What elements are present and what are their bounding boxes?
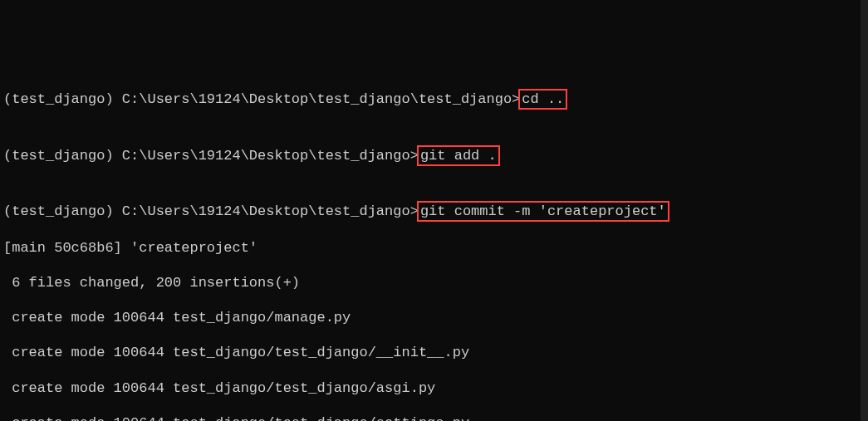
terminal-output[interactable]: (test_django) C:\Users\19124\Desktop\tes…	[3, 71, 865, 421]
output-line: create mode 100644 test_django/test_djan…	[3, 414, 865, 421]
output-line: create mode 100644 test_django/test_djan…	[3, 344, 865, 361]
command-git-commit: git commit -m 'createproject'	[417, 201, 669, 222]
prompt-line: (test_django) C:\Users\19124\Desktop\tes…	[3, 145, 865, 166]
output-line: create mode 100644 test_django/test_djan…	[3, 379, 865, 397]
prompt-text: (test_django) C:\Users\19124\Desktop\tes…	[3, 91, 520, 107]
prompt-line: (test_django) C:\Users\19124\Desktop\tes…	[3, 89, 865, 110]
prompt-text: (test_django) C:\Users\19124\Desktop\tes…	[3, 148, 419, 164]
output-line: [main 50c68b6] 'createproject'	[3, 239, 865, 257]
command-git-add: git add .	[417, 145, 500, 166]
output-line: create mode 100644 test_django/manage.py	[3, 309, 865, 326]
prompt-line: (test_django) C:\Users\19124\Desktop\tes…	[3, 201, 865, 222]
output-line: 6 files changed, 200 insertions(+)	[3, 274, 865, 291]
scrollbar-track[interactable]	[861, 0, 868, 421]
command-cd: cd ..	[518, 89, 567, 110]
prompt-text: (test_django) C:\Users\19124\Desktop\tes…	[3, 203, 419, 219]
